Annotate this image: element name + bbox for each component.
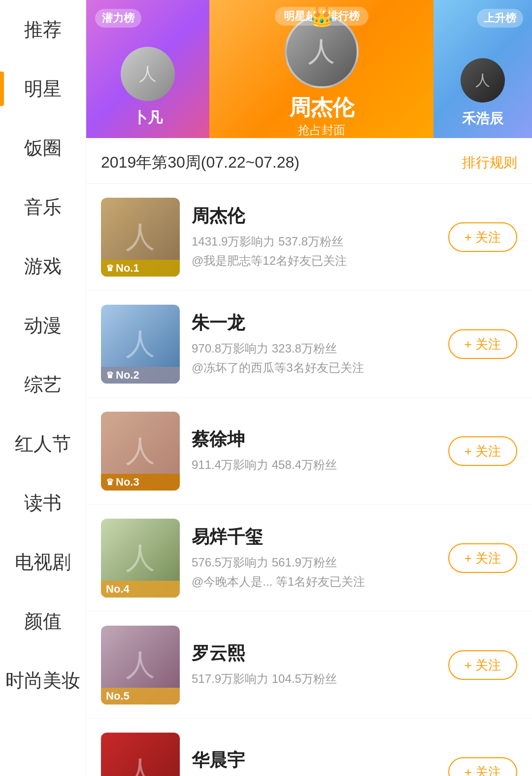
rank-name-4: 易烊千玺 bbox=[192, 525, 436, 549]
week-header: 2019年第30周(07.22~07.28) 排行规则 bbox=[86, 138, 532, 184]
rank-thumb-4[interactable]: 人 No.4 bbox=[101, 519, 180, 598]
banner-right-name: 禾浩辰 bbox=[462, 109, 503, 128]
rank-stats-4: 576.5万影响力 561.9万粉丝 @今晚本人是... 等1名好友已关注 bbox=[192, 553, 436, 591]
sidebar: 推荐 明星 饭圈 音乐 游戏 动漫 综艺 红人节 读书 电视剧 颜值 时尚美妆 bbox=[0, 0, 86, 776]
sidebar-item-dianshiju[interactable]: 电视剧 bbox=[0, 532, 86, 592]
rank-thumb-6[interactable]: 人 No.6 bbox=[101, 733, 180, 776]
banner-right: 上升榜 人 禾浩辰 bbox=[433, 0, 532, 138]
main-content: 潜力榜 人 卜凡 明星超话排行榜 👑 人 周杰伦 抢占封面 上升榜 人 禾浩辰 bbox=[86, 0, 532, 776]
follow-btn-5[interactable]: + 关注 bbox=[448, 650, 517, 680]
follow-btn-6[interactable]: + 关注 bbox=[448, 757, 517, 776]
rank-item-3: 人 ♛ No.3 蔡徐坤 911.4万影响力 458.4万粉丝 + 关注 bbox=[86, 398, 532, 505]
banner-left-badge: 潜力榜 bbox=[95, 9, 141, 28]
sidebar-label-hongrenjie: 红人节 bbox=[15, 431, 71, 457]
follow-btn-1[interactable]: + 关注 bbox=[448, 222, 517, 252]
rank-badge-4: No.4 bbox=[101, 581, 180, 598]
sidebar-label-shishangmeizhuan: 时尚美妆 bbox=[5, 668, 80, 693]
banner-right-badge: 上升榜 bbox=[477, 9, 523, 28]
rank-badge-5: No.5 bbox=[101, 688, 180, 705]
sidebar-label-yinyue: 音乐 bbox=[24, 195, 62, 220]
rank-list: 人 ♛ No.1 周杰伦 1431.9万影响力 537.8万粉丝 @我是肥志等1… bbox=[86, 184, 532, 776]
rank-item-5: 人 No.5 罗云熙 517.9万影响力 104.5万粉丝 + 关注 bbox=[86, 612, 532, 719]
rank-thumb-1[interactable]: 人 ♛ No.1 bbox=[101, 198, 180, 277]
sidebar-item-hongrenjie[interactable]: 红人节 bbox=[0, 414, 86, 473]
banner: 潜力榜 人 卜凡 明星超话排行榜 👑 人 周杰伦 抢占封面 上升榜 人 禾浩辰 bbox=[86, 0, 532, 138]
rank-thumb-5[interactable]: 人 No.5 bbox=[101, 626, 180, 705]
sidebar-label-dianshiju: 电视剧 bbox=[15, 550, 71, 575]
sidebar-item-tuijian[interactable]: 推荐 bbox=[0, 0, 86, 59]
rank-stats-5: 517.9万影响力 104.5万粉丝 bbox=[192, 670, 436, 688]
rank-item-2: 人 ♛ No.2 朱一龙 970.8万影响力 323.8万粉丝 @冻坏了的西瓜等… bbox=[86, 291, 532, 398]
sidebar-label-mingxing: 明星 bbox=[24, 76, 62, 102]
follow-btn-4[interactable]: + 关注 bbox=[448, 543, 517, 573]
rank-thumb-img-6: 人 bbox=[101, 733, 180, 776]
banner-left: 潜力榜 人 卜凡 bbox=[86, 0, 209, 138]
crown-small-icon-2: ♛ bbox=[106, 370, 114, 381]
rank-name-3: 蔡徐坤 bbox=[192, 427, 436, 452]
sidebar-label-dushu: 读书 bbox=[24, 491, 62, 516]
sidebar-item-faquan[interactable]: 饭圈 bbox=[0, 118, 86, 177]
rules-link[interactable]: 排行规则 bbox=[462, 153, 517, 172]
banner-center-sub: 抢占封面 bbox=[298, 122, 345, 138]
banner-left-avatar[interactable]: 人 bbox=[121, 47, 175, 101]
sidebar-label-yanzhi: 颜值 bbox=[24, 609, 62, 634]
rank-badge-2: ♛ No.2 bbox=[101, 367, 180, 384]
banner-center-name: 周杰伦 bbox=[289, 93, 354, 122]
follow-btn-3[interactable]: + 关注 bbox=[448, 436, 517, 466]
sidebar-item-yinyue[interactable]: 音乐 bbox=[0, 177, 86, 237]
sidebar-label-faquan: 饭圈 bbox=[24, 136, 62, 161]
banner-right-avatar[interactable]: 人 bbox=[461, 58, 505, 103]
crown-small-icon-1: ♛ bbox=[106, 263, 114, 274]
rank-name-6: 华晨宇 bbox=[192, 748, 436, 773]
rank-stats-3: 911.4万影响力 458.4万粉丝 bbox=[192, 456, 436, 474]
crown-small-icon-3: ♛ bbox=[106, 477, 114, 488]
rank-item-4: 人 No.4 易烊千玺 576.5万影响力 561.9万粉丝 @今晚本人是...… bbox=[86, 505, 532, 612]
rank-info-5: 罗云熙 517.9万影响力 104.5万粉丝 bbox=[192, 641, 436, 688]
sidebar-item-dongman[interactable]: 动漫 bbox=[0, 296, 86, 355]
crown-icon: 👑 bbox=[309, 5, 334, 28]
banner-left-name: 卜凡 bbox=[133, 108, 163, 128]
sidebar-item-shishangmeizhuan[interactable]: 时尚美妆 bbox=[0, 651, 86, 710]
sidebar-item-zongyi[interactable]: 综艺 bbox=[0, 355, 86, 414]
banner-center: 明星超话排行榜 👑 人 周杰伦 抢占封面 bbox=[209, 0, 433, 138]
rank-item-6: 人 No.6 华晨宇 419.1万影响力 200.9万粉丝 + 关注 bbox=[86, 719, 532, 776]
rank-info-2: 朱一龙 970.8万影响力 323.8万粉丝 @冻坏了的西瓜等3名好友已关注 bbox=[192, 311, 436, 377]
rank-stats-2: 970.8万影响力 323.8万粉丝 @冻坏了的西瓜等3名好友已关注 bbox=[192, 339, 436, 377]
sidebar-item-youxi[interactable]: 游戏 bbox=[0, 237, 86, 296]
rank-name-1: 周杰伦 bbox=[192, 204, 436, 228]
sidebar-item-mingxing[interactable]: 明星 bbox=[0, 59, 86, 118]
rank-stats-1: 1431.9万影响力 537.8万粉丝 @我是肥志等12名好友已关注 bbox=[192, 232, 436, 270]
rank-item-1: 人 ♛ No.1 周杰伦 1431.9万影响力 537.8万粉丝 @我是肥志等1… bbox=[86, 184, 532, 291]
sidebar-label-zongyi: 综艺 bbox=[24, 372, 62, 397]
rank-badge-1: ♛ No.1 bbox=[101, 260, 180, 277]
sidebar-label-tuijian: 推荐 bbox=[24, 17, 62, 42]
sidebar-item-dushu[interactable]: 读书 bbox=[0, 473, 86, 532]
rank-badge-3: ♛ No.3 bbox=[101, 474, 180, 491]
rank-info-3: 蔡徐坤 911.4万影响力 458.4万粉丝 bbox=[192, 427, 436, 474]
rank-name-5: 罗云熙 bbox=[192, 641, 436, 666]
week-text: 2019年第30周(07.22~07.28) bbox=[101, 152, 299, 174]
rank-thumb-2[interactable]: 人 ♛ No.2 bbox=[101, 305, 180, 384]
follow-btn-2[interactable]: + 关注 bbox=[448, 329, 517, 359]
rank-info-1: 周杰伦 1431.9万影响力 537.8万粉丝 @我是肥志等12名好友已关注 bbox=[192, 204, 436, 270]
sidebar-label-dongman: 动漫 bbox=[24, 313, 62, 338]
rank-info-6: 华晨宇 419.1万影响力 200.9万粉丝 bbox=[192, 748, 436, 776]
sidebar-item-yanzhi[interactable]: 颜值 bbox=[0, 592, 86, 651]
sidebar-label-youxi: 游戏 bbox=[24, 254, 62, 279]
rank-thumb-3[interactable]: 人 ♛ No.3 bbox=[101, 412, 180, 491]
rank-name-2: 朱一龙 bbox=[192, 311, 436, 335]
rank-info-4: 易烊千玺 576.5万影响力 561.9万粉丝 @今晚本人是... 等1名好友已… bbox=[192, 525, 436, 591]
